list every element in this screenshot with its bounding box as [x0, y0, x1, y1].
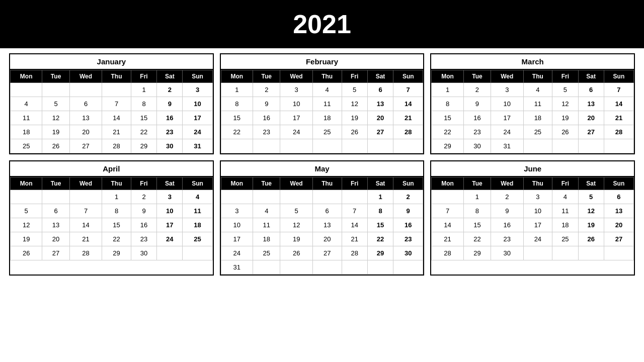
table-cell: 6: [42, 204, 69, 218]
table-cell: 11: [183, 204, 212, 218]
table-cell: [102, 83, 131, 97]
header-mon: Mon: [221, 177, 253, 190]
header-mon: Mon: [432, 177, 463, 190]
table-row: 15161718192021: [221, 111, 423, 125]
table-cell: 9: [131, 204, 156, 218]
month-block-may: MayMonTueWedThuFriSatSun1234567891011121…: [220, 160, 425, 276]
table-cell: 16: [393, 218, 423, 232]
calendars-grid: JanuaryMonTueWedThuFriSatSun123456789101…: [0, 53, 644, 276]
table-cell: 27: [42, 246, 69, 260]
table-cell: [69, 190, 102, 204]
table-row: 123: [11, 83, 213, 97]
year-header: 2021: [0, 0, 644, 48]
table-cell: 15: [131, 111, 156, 125]
header-tue: Tue: [253, 70, 280, 83]
table-cell: 25: [523, 125, 552, 139]
table-cell: [157, 246, 183, 260]
table-cell: 14: [342, 218, 367, 232]
table-cell: 24: [157, 232, 183, 246]
table-cell: 7: [69, 204, 102, 218]
table-cell: [393, 260, 423, 275]
table-cell: 29: [102, 246, 131, 260]
table-row: 891011121314: [221, 97, 423, 111]
table-cell: 13: [367, 97, 393, 111]
table-row: 12131415161718: [11, 218, 213, 232]
table-cell: 16: [131, 218, 156, 232]
table-cell: [342, 190, 367, 204]
table-cell: 23: [157, 125, 183, 139]
table-cell: 7: [102, 97, 131, 111]
table-cell: 6: [604, 190, 633, 204]
header-fri: Fri: [131, 70, 156, 83]
header-sun: Sun: [393, 177, 423, 190]
table-cell: [221, 190, 253, 204]
table-cell: 23: [253, 125, 280, 139]
table-cell: 22: [463, 232, 491, 246]
month-title-february: February: [221, 54, 424, 70]
table-cell: 15: [367, 218, 393, 232]
table-cell: 2: [157, 83, 183, 97]
table-cell: 21: [432, 232, 463, 246]
table-cell: 27: [312, 246, 342, 260]
table-cell: 2: [253, 83, 280, 97]
table-cell: 30: [463, 139, 491, 153]
table-cell: 4: [312, 83, 342, 97]
table-cell: 18: [312, 111, 342, 125]
table-cell: 3: [221, 204, 253, 218]
table-cell: 18: [11, 125, 42, 139]
table-cell: 3: [157, 190, 183, 204]
table-cell: 23: [393, 232, 423, 246]
table-cell: 7: [342, 204, 367, 218]
table-cell: 12: [11, 218, 42, 232]
table-cell: 12: [552, 97, 578, 111]
table-cell: 26: [552, 125, 578, 139]
table-cell: 1: [463, 190, 491, 204]
table-cell: 9: [393, 204, 423, 218]
month-title-january: January: [10, 54, 213, 70]
table-cell: [604, 139, 633, 153]
header-tue: Tue: [253, 177, 280, 190]
header-sat: Sat: [367, 70, 393, 83]
table-row: 123456: [432, 190, 634, 204]
header-sat: Sat: [578, 70, 604, 83]
table-cell: 17: [280, 111, 312, 125]
table-cell: [342, 260, 367, 275]
table-cell: 24: [523, 232, 552, 246]
table-cell: 10: [183, 97, 212, 111]
table-cell: 24: [183, 125, 212, 139]
table-row: 3456789: [221, 204, 423, 218]
header-thu: Thu: [523, 70, 552, 83]
table-cell: 16: [253, 111, 280, 125]
table-cell: 8: [463, 204, 491, 218]
table-cell: [42, 190, 69, 204]
table-cell: 26: [280, 246, 312, 260]
table-cell: [280, 139, 312, 153]
table-cell: [604, 246, 633, 260]
cal-table-february: MonTueWedThuFriSatSun1234567891011121314…: [221, 70, 424, 153]
table-cell: 9: [253, 97, 280, 111]
table-row: 1234567: [432, 83, 634, 97]
header-thu: Thu: [102, 70, 131, 83]
cal-table-january: MonTueWedThuFriSatSun1234567891011121314…: [10, 70, 213, 153]
table-cell: 28: [69, 246, 102, 260]
table-cell: 25: [552, 232, 578, 246]
table-cell: [578, 246, 604, 260]
table-cell: 25: [11, 139, 42, 153]
table-cell: 5: [552, 83, 578, 97]
header-sun: Sun: [393, 70, 423, 83]
table-cell: 6: [69, 97, 102, 111]
table-cell: 3: [280, 83, 312, 97]
table-cell: 20: [604, 218, 633, 232]
header-wed: Wed: [69, 177, 102, 190]
header-fri: Fri: [552, 177, 578, 190]
table-row: 10111213141516: [221, 218, 423, 232]
table-cell: 6: [367, 83, 393, 97]
table-cell: [552, 246, 578, 260]
table-cell: 30: [157, 139, 183, 153]
table-row: 567891011: [11, 204, 213, 218]
table-cell: 22: [102, 232, 131, 246]
table-cell: 14: [102, 111, 131, 125]
table-cell: [280, 190, 312, 204]
table-cell: 20: [69, 125, 102, 139]
header-mon: Mon: [432, 70, 463, 83]
